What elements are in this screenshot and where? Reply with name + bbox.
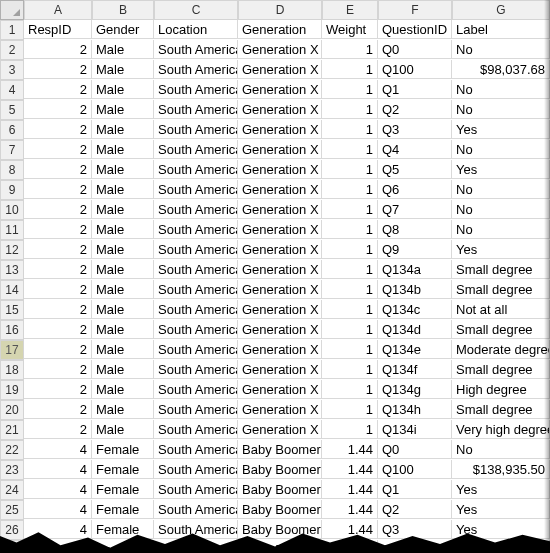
cell[interactable]: Generation X: [238, 120, 322, 139]
cell[interactable]: South America: [154, 120, 238, 139]
cell[interactable]: Q134e: [378, 340, 452, 359]
cell[interactable]: 2: [24, 320, 92, 339]
cell[interactable]: 2: [24, 360, 92, 379]
cell[interactable]: Q134c: [378, 300, 452, 319]
cell[interactable]: 1: [322, 320, 378, 339]
cell[interactable]: Male: [92, 160, 154, 179]
cell[interactable]: Q8: [378, 220, 452, 239]
cell[interactable]: Generation X: [238, 360, 322, 379]
cell[interactable]: South America: [154, 360, 238, 379]
cell[interactable]: 1: [322, 220, 378, 239]
cell[interactable]: Generation X: [238, 180, 322, 199]
cell[interactable]: 1: [322, 200, 378, 219]
cell[interactable]: Small degree: [452, 400, 550, 419]
cell[interactable]: 1.44: [322, 440, 378, 459]
cell[interactable]: Moderate degree: [452, 340, 550, 359]
cell[interactable]: Male: [92, 200, 154, 219]
cell[interactable]: Generation X: [238, 40, 322, 59]
cell[interactable]: $98,037.68: [452, 60, 550, 79]
cell[interactable]: South America: [154, 460, 238, 479]
row-header[interactable]: 7: [0, 140, 24, 160]
cell[interactable]: 2: [24, 220, 92, 239]
cell[interactable]: Generation X: [238, 140, 322, 159]
cell[interactable]: Generation: [238, 20, 322, 39]
cell[interactable]: 1: [322, 240, 378, 259]
cell[interactable]: Generation X: [238, 200, 322, 219]
row-header[interactable]: 22: [0, 440, 24, 460]
cell[interactable]: Yes: [452, 480, 550, 499]
cell[interactable]: Female: [92, 440, 154, 459]
cell[interactable]: Male: [92, 220, 154, 239]
cell[interactable]: Male: [92, 40, 154, 59]
row-header[interactable]: 14: [0, 280, 24, 300]
row-header[interactable]: 19: [0, 380, 24, 400]
cell[interactable]: South America: [154, 180, 238, 199]
cell[interactable]: Yes: [452, 120, 550, 139]
cell[interactable]: No: [452, 220, 550, 239]
cell[interactable]: Q134b: [378, 280, 452, 299]
cell[interactable]: South America: [154, 220, 238, 239]
cell[interactable]: South America: [154, 200, 238, 219]
cell[interactable]: Weight: [322, 20, 378, 39]
cell[interactable]: 1: [322, 280, 378, 299]
cell[interactable]: South America: [154, 480, 238, 499]
cell[interactable]: South America: [154, 420, 238, 439]
cell[interactable]: 1: [322, 420, 378, 439]
cell[interactable]: RespID: [24, 20, 92, 39]
cell[interactable]: Male: [92, 300, 154, 319]
row-header[interactable]: 8: [0, 160, 24, 180]
cell[interactable]: Baby Boomers: [238, 440, 322, 459]
cell[interactable]: Male: [92, 340, 154, 359]
cell[interactable]: Small degree: [452, 260, 550, 279]
cell[interactable]: Yes: [452, 240, 550, 259]
cell[interactable]: Generation X: [238, 400, 322, 419]
cell[interactable]: South America: [154, 320, 238, 339]
cell[interactable]: Baby Boomers: [238, 480, 322, 499]
cell[interactable]: Gender: [92, 20, 154, 39]
cell[interactable]: Generation X: [238, 420, 322, 439]
row-header[interactable]: 15: [0, 300, 24, 320]
cell[interactable]: Generation X: [238, 260, 322, 279]
cell[interactable]: Q2: [378, 100, 452, 119]
select-all-corner[interactable]: [0, 0, 24, 20]
cell[interactable]: 2: [24, 280, 92, 299]
cell[interactable]: $138,935.50: [452, 460, 550, 479]
cell[interactable]: South America: [154, 500, 238, 519]
cell[interactable]: Female: [92, 500, 154, 519]
cell[interactable]: South America: [154, 60, 238, 79]
cell[interactable]: 2: [24, 80, 92, 99]
cell[interactable]: 1: [322, 40, 378, 59]
cell[interactable]: 2: [24, 140, 92, 159]
cell[interactable]: South America: [154, 40, 238, 59]
cell[interactable]: South America: [154, 80, 238, 99]
cell[interactable]: Q1: [378, 480, 452, 499]
cell[interactable]: 2: [24, 160, 92, 179]
cell[interactable]: Male: [92, 120, 154, 139]
row-header[interactable]: 25: [0, 500, 24, 520]
cell[interactable]: Q4: [378, 140, 452, 159]
cell[interactable]: Generation X: [238, 240, 322, 259]
cell[interactable]: Q134g: [378, 380, 452, 399]
cell[interactable]: 1.44: [322, 500, 378, 519]
cell[interactable]: 2: [24, 120, 92, 139]
cell[interactable]: Male: [92, 320, 154, 339]
cell[interactable]: No: [452, 40, 550, 59]
cell[interactable]: 2: [24, 60, 92, 79]
column-header[interactable]: B: [92, 0, 154, 20]
cell[interactable]: 2: [24, 100, 92, 119]
cell[interactable]: Male: [92, 420, 154, 439]
cell[interactable]: Generation X: [238, 280, 322, 299]
cell[interactable]: QuestionID: [378, 20, 452, 39]
row-header[interactable]: 1: [0, 20, 24, 40]
cell[interactable]: South America: [154, 300, 238, 319]
column-header[interactable]: F: [378, 0, 452, 20]
cell[interactable]: Q134f: [378, 360, 452, 379]
cell[interactable]: Q0: [378, 40, 452, 59]
row-header[interactable]: 17: [0, 340, 24, 360]
cell[interactable]: 1: [322, 180, 378, 199]
row-header[interactable]: 11: [0, 220, 24, 240]
cell[interactable]: 4: [24, 440, 92, 459]
row-header[interactable]: 20: [0, 400, 24, 420]
cell[interactable]: 2: [24, 40, 92, 59]
row-header[interactable]: 3: [0, 60, 24, 80]
